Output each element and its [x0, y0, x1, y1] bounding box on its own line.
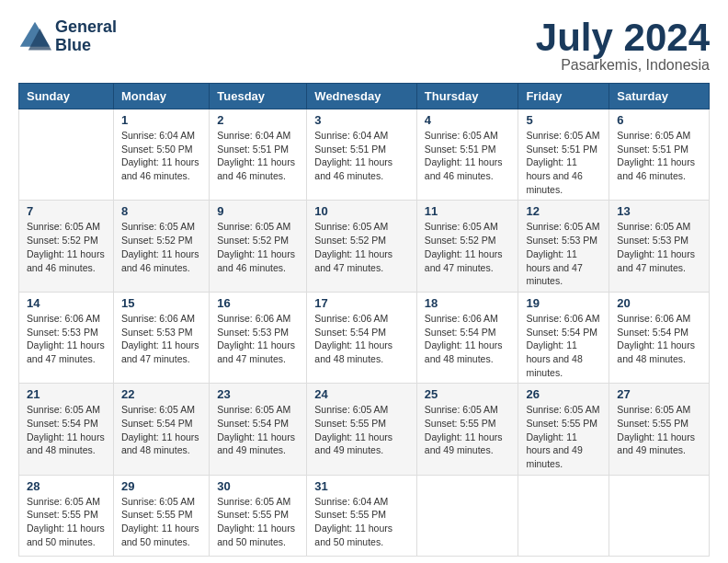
- day-cell: 29 Sunrise: 6:05 AMSunset: 5:55 PMDaylig…: [113, 475, 209, 556]
- day-cell: 26 Sunrise: 6:05 AMSunset: 5:55 PMDaylig…: [518, 384, 609, 475]
- logo: General Blue: [18, 18, 117, 55]
- day-cell: 12 Sunrise: 6:05 AMSunset: 5:53 PMDaylig…: [518, 201, 609, 292]
- day-cell: 10 Sunrise: 6:05 AMSunset: 5:52 PMDaylig…: [307, 201, 417, 292]
- day-detail: Sunrise: 6:05 AMSunset: 5:55 PMDaylight:…: [526, 404, 599, 469]
- day-cell: [609, 475, 710, 556]
- week-row-2: 7 Sunrise: 6:05 AMSunset: 5:52 PMDayligh…: [19, 201, 710, 292]
- logo-icon: [18, 20, 51, 53]
- day-detail: Sunrise: 6:05 AMSunset: 5:52 PMDaylight:…: [121, 221, 199, 272]
- page-header: General Blue July 2024 Pasarkemis, Indon…: [18, 18, 710, 74]
- day-cell: 30 Sunrise: 6:05 AMSunset: 5:55 PMDaylig…: [210, 475, 307, 556]
- day-detail: Sunrise: 6:05 AMSunset: 5:53 PMDaylight:…: [617, 221, 695, 272]
- day-detail: Sunrise: 6:05 AMSunset: 5:52 PMDaylight:…: [217, 221, 295, 272]
- day-cell: 21 Sunrise: 6:05 AMSunset: 5:54 PMDaylig…: [19, 384, 114, 475]
- day-number: 1: [121, 113, 201, 127]
- day-detail: Sunrise: 6:05 AMSunset: 5:55 PMDaylight:…: [425, 404, 503, 455]
- day-number: 3: [314, 113, 409, 127]
- day-number: 25: [425, 387, 511, 401]
- column-header-thursday: Thursday: [416, 84, 518, 109]
- week-row-5: 28 Sunrise: 6:05 AMSunset: 5:55 PMDaylig…: [19, 475, 710, 556]
- day-detail: Sunrise: 6:05 AMSunset: 5:52 PMDaylight:…: [425, 221, 503, 272]
- day-detail: Sunrise: 6:06 AMSunset: 5:54 PMDaylight:…: [526, 313, 599, 378]
- day-number: 29: [121, 479, 201, 493]
- day-number: 31: [314, 479, 409, 493]
- day-detail: Sunrise: 6:05 AMSunset: 5:55 PMDaylight:…: [314, 404, 392, 455]
- day-detail: Sunrise: 6:05 AMSunset: 5:55 PMDaylight:…: [121, 496, 199, 547]
- day-number: 26: [526, 387, 601, 401]
- day-number: 19: [526, 296, 601, 310]
- day-detail: Sunrise: 6:04 AMSunset: 5:55 PMDaylight:…: [314, 496, 392, 547]
- day-cell: 17 Sunrise: 6:06 AMSunset: 5:54 PMDaylig…: [307, 292, 417, 383]
- column-header-tuesday: Tuesday: [210, 84, 307, 109]
- day-cell: 11 Sunrise: 6:05 AMSunset: 5:52 PMDaylig…: [416, 201, 518, 292]
- day-detail: Sunrise: 6:06 AMSunset: 5:54 PMDaylight:…: [425, 313, 503, 364]
- week-row-3: 14 Sunrise: 6:06 AMSunset: 5:53 PMDaylig…: [19, 292, 710, 383]
- day-number: 22: [121, 387, 201, 401]
- subtitle: Pasarkemis, Indonesia: [536, 57, 710, 74]
- day-number: 9: [217, 204, 299, 218]
- day-detail: Sunrise: 6:05 AMSunset: 5:51 PMDaylight:…: [617, 130, 695, 181]
- day-cell: 6 Sunrise: 6:05 AMSunset: 5:51 PMDayligh…: [609, 109, 710, 201]
- day-detail: Sunrise: 6:06 AMSunset: 5:54 PMDaylight:…: [314, 313, 392, 364]
- day-number: 17: [314, 296, 409, 310]
- day-number: 7: [27, 204, 106, 218]
- day-cell: 5 Sunrise: 6:05 AMSunset: 5:51 PMDayligh…: [518, 109, 609, 201]
- column-header-monday: Monday: [113, 84, 209, 109]
- day-number: 2: [217, 113, 299, 127]
- day-cell: 20 Sunrise: 6:06 AMSunset: 5:54 PMDaylig…: [609, 292, 710, 383]
- day-cell: 1 Sunrise: 6:04 AMSunset: 5:50 PMDayligh…: [113, 109, 209, 201]
- day-detail: Sunrise: 6:05 AMSunset: 5:54 PMDaylight:…: [217, 404, 295, 455]
- day-cell: 22 Sunrise: 6:05 AMSunset: 5:54 PMDaylig…: [113, 384, 209, 475]
- day-cell: 9 Sunrise: 6:05 AMSunset: 5:52 PMDayligh…: [210, 201, 307, 292]
- day-detail: Sunrise: 6:05 AMSunset: 5:53 PMDaylight:…: [526, 221, 599, 286]
- day-number: 12: [526, 204, 601, 218]
- day-number: 13: [617, 204, 701, 218]
- title-block: July 2024 Pasarkemis, Indonesia: [536, 18, 710, 74]
- day-cell: 16 Sunrise: 6:06 AMSunset: 5:53 PMDaylig…: [210, 292, 307, 383]
- day-cell: 25 Sunrise: 6:05 AMSunset: 5:55 PMDaylig…: [416, 384, 518, 475]
- day-cell: [518, 475, 609, 556]
- day-detail: Sunrise: 6:05 AMSunset: 5:55 PMDaylight:…: [217, 496, 295, 547]
- day-number: 14: [27, 296, 106, 310]
- day-cell: 27 Sunrise: 6:05 AMSunset: 5:55 PMDaylig…: [609, 384, 710, 475]
- logo-text: General Blue: [55, 18, 117, 55]
- day-cell: 18 Sunrise: 6:06 AMSunset: 5:54 PMDaylig…: [416, 292, 518, 383]
- day-number: 28: [27, 479, 106, 493]
- day-cell: 13 Sunrise: 6:05 AMSunset: 5:53 PMDaylig…: [609, 201, 710, 292]
- day-cell: 14 Sunrise: 6:06 AMSunset: 5:53 PMDaylig…: [19, 292, 114, 383]
- day-cell: [416, 475, 518, 556]
- day-detail: Sunrise: 6:05 AMSunset: 5:55 PMDaylight:…: [27, 496, 105, 547]
- day-detail: Sunrise: 6:05 AMSunset: 5:51 PMDaylight:…: [526, 130, 599, 195]
- day-cell: 3 Sunrise: 6:04 AMSunset: 5:51 PMDayligh…: [307, 109, 417, 201]
- day-number: 4: [425, 113, 511, 127]
- day-number: 23: [217, 387, 299, 401]
- day-detail: Sunrise: 6:05 AMSunset: 5:54 PMDaylight:…: [27, 404, 105, 455]
- day-cell: 2 Sunrise: 6:04 AMSunset: 5:51 PMDayligh…: [210, 109, 307, 201]
- day-number: 21: [27, 387, 106, 401]
- day-detail: Sunrise: 6:05 AMSunset: 5:54 PMDaylight:…: [121, 404, 199, 455]
- day-cell: 24 Sunrise: 6:05 AMSunset: 5:55 PMDaylig…: [307, 384, 417, 475]
- day-cell: 28 Sunrise: 6:05 AMSunset: 5:55 PMDaylig…: [19, 475, 114, 556]
- column-header-friday: Friday: [518, 84, 609, 109]
- day-number: 6: [617, 113, 701, 127]
- day-detail: Sunrise: 6:06 AMSunset: 5:53 PMDaylight:…: [217, 313, 295, 364]
- day-number: 8: [121, 204, 201, 218]
- day-detail: Sunrise: 6:05 AMSunset: 5:52 PMDaylight:…: [27, 221, 105, 272]
- column-header-wednesday: Wednesday: [307, 84, 417, 109]
- header-row: SundayMondayTuesdayWednesdayThursdayFrid…: [19, 84, 710, 109]
- week-row-1: 1 Sunrise: 6:04 AMSunset: 5:50 PMDayligh…: [19, 109, 710, 201]
- day-cell: 7 Sunrise: 6:05 AMSunset: 5:52 PMDayligh…: [19, 201, 114, 292]
- day-detail: Sunrise: 6:06 AMSunset: 5:54 PMDaylight:…: [617, 313, 695, 364]
- day-number: 15: [121, 296, 201, 310]
- day-cell: 15 Sunrise: 6:06 AMSunset: 5:53 PMDaylig…: [113, 292, 209, 383]
- day-number: 11: [425, 204, 511, 218]
- day-cell: 4 Sunrise: 6:05 AMSunset: 5:51 PMDayligh…: [416, 109, 518, 201]
- day-number: 20: [617, 296, 701, 310]
- day-detail: Sunrise: 6:05 AMSunset: 5:55 PMDaylight:…: [617, 404, 695, 455]
- day-detail: Sunrise: 6:05 AMSunset: 5:51 PMDaylight:…: [425, 130, 503, 181]
- day-number: 18: [425, 296, 511, 310]
- day-detail: Sunrise: 6:04 AMSunset: 5:51 PMDaylight:…: [217, 130, 295, 181]
- main-title: July 2024: [536, 18, 710, 57]
- day-number: 24: [314, 387, 409, 401]
- day-cell: 8 Sunrise: 6:05 AMSunset: 5:52 PMDayligh…: [113, 201, 209, 292]
